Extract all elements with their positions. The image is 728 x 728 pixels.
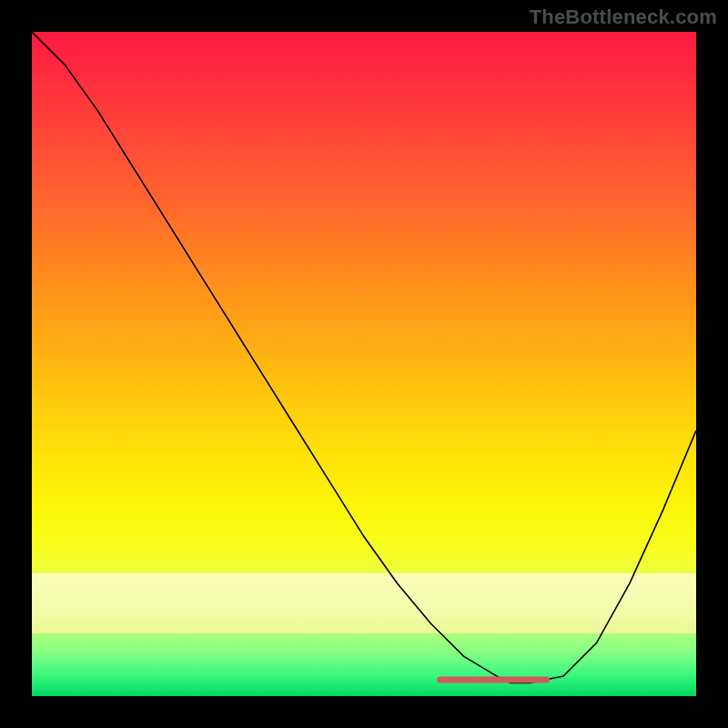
- plot-area: [32, 32, 696, 696]
- watermark-text: TheBottleneck.com: [530, 5, 717, 29]
- curve-svg: [32, 32, 696, 696]
- chart-frame: TheBottleneck.com: [0, 0, 728, 728]
- curve-path: [32, 32, 696, 682]
- trough-highlight: [437, 676, 550, 682]
